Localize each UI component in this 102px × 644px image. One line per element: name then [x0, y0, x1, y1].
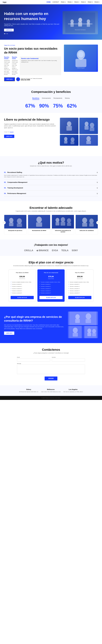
- stat-2: 90%: [39, 103, 49, 109]
- partner-image-container: RRHH Expert: [64, 44, 98, 72]
- accordion-header-2[interactable]: 02. Compensation Management ∨: [4, 181, 98, 183]
- accordion-header-3[interactable]: 03. Training Development ∨: [4, 187, 98, 189]
- svg-point-59: [88, 328, 91, 333]
- vision-text: SampleText. Click to add in double Click…: [12, 60, 18, 75]
- pricing-cards: Plan Básico de RRHH $39,99 hora al mes A…: [4, 270, 98, 302]
- svg-rect-49: [89, 223, 94, 226]
- accordion-header-4[interactable]: 04. Performance Management ∨: [4, 192, 98, 194]
- partner-read-more[interactable]: LEER MÁS: [4, 77, 15, 81]
- accordion-icon-1: ∧: [96, 171, 98, 174]
- pricing-subtitle: Sit ametconsectetur adipiscing icidutn e…: [4, 265, 98, 266]
- slider-prev[interactable]: ‹: [2, 221, 6, 224]
- why-read-more[interactable]: LEER MÁS: [4, 332, 14, 335]
- svg-point-4: [78, 18, 82, 22]
- slider-next[interactable]: ›: [96, 221, 100, 224]
- accordion-header-1[interactable]: 01. Recruitment Staffing ∧: [4, 171, 98, 174]
- leadership-section: Libere su potencial de liderazgo Fugiant…: [0, 113, 102, 156]
- svg-point-28: [86, 136, 91, 141]
- why-img-svg-2: [68, 326, 82, 338]
- service-img-svg-4: [76, 215, 98, 228]
- phone-icon: 📞: [16, 77, 20, 81]
- form-group-message: Mensaje: [17, 363, 85, 374]
- why-content: ¿Por qué elegir una empresa de servicios…: [4, 315, 65, 335]
- dot-2[interactable]: [6, 33, 6, 34]
- leader-img-4: [79, 135, 98, 146]
- svg-point-23: [64, 137, 68, 141]
- nav-home[interactable]: HOME: [46, 1, 50, 3]
- tab-recruitment[interactable]: Reclutamiento: [54, 97, 62, 100]
- leader-content: Libere su potencial de liderazgo Fugiant…: [4, 118, 57, 138]
- svg-point-43: [67, 218, 71, 223]
- service-card-3-body: Soluciones innovadoras de servicio: [52, 228, 74, 234]
- why-img-bottom-left: [68, 326, 82, 338]
- svg-rect-22: [60, 135, 78, 146]
- stat-3-value: 75%: [53, 103, 63, 109]
- hero-description: SampleText. Click to add in double click…: [4, 24, 60, 26]
- office-melbourne-address: Calle Collins 7641 3000 Melbourne, AUS: [41, 391, 61, 393]
- office-sydney-address: 66 Princes Rd, Ryncton NSW 9000, CA: [19, 391, 38, 393]
- mission-text: SampleText. Click to add in double Click…: [4, 60, 10, 75]
- hero-dots: [4, 33, 60, 34]
- dot-1[interactable]: [4, 33, 5, 34]
- service-card-4-title: Selección de candidatos: [77, 230, 97, 231]
- svg-rect-19: [84, 126, 89, 130]
- nav-page1[interactable]: PAGE 1: [61, 1, 66, 3]
- tab-training[interactable]: Entrenamiento: [42, 97, 51, 100]
- name-input[interactable]: [52, 358, 85, 362]
- feature-basic-1: Acceso completo durante el mes 1 Mes: [10, 281, 34, 283]
- accordion-title-1: 01. Recruitment Staffing: [4, 172, 22, 173]
- nav-page5[interactable]: PAGE 5: [88, 1, 92, 3]
- send-button[interactable]: ENVIAR: [44, 376, 58, 380]
- motiva-title: ¿Qué nos motiva?: [4, 161, 98, 164]
- leader-images: [60, 118, 98, 151]
- service-card-2: Reclutamiento de RRHH: [28, 215, 50, 234]
- nav-links: HOME CONTACT PAGE 1 PAGE 2 PAGE 3 PAGE 4…: [46, 1, 99, 3]
- partner-image: RRHH Expert: [64, 44, 98, 72]
- plan-price-basic-value: $39,99: [20, 276, 25, 278]
- dot-3[interactable]: [7, 33, 8, 34]
- name-label: Nombre: [52, 357, 85, 358]
- navigation: logo HOME CONTACT PAGE 1 PAGE 2 PAGE 3 P…: [0, 0, 102, 4]
- plan-btn-enterprise[interactable]: ELIGE UN PLAN: [40, 296, 62, 299]
- partner-logo-4: TESLA: [61, 249, 68, 252]
- nav-contact[interactable]: CONTACT: [52, 1, 59, 3]
- hero-read-more[interactable]: LEER MÁS: [4, 29, 14, 32]
- leader-credit: Imagen de: Freepik: [4, 131, 14, 132]
- svg-rect-5: [78, 22, 82, 26]
- svg-point-56: [73, 328, 78, 333]
- vision-title: Nuestra visión: [12, 56, 18, 60]
- message-input[interactable]: [17, 364, 85, 374]
- svg-text:Recursos Humanos: Recursos Humanos: [75, 29, 86, 30]
- svg-point-15: [67, 122, 72, 126]
- nav-page4[interactable]: PAGE 4: [81, 1, 86, 3]
- feature-pro-2: Acceso a solución 1: [68, 283, 92, 285]
- freepik-link[interactable]: Freepik: [10, 131, 14, 132]
- stat-4-value: 62%: [67, 103, 77, 109]
- nav-page2[interactable]: PAGE 2: [68, 1, 72, 3]
- leader-read-more[interactable]: LEER MÁS: [4, 135, 14, 138]
- service-card-1-title: Búsqueda de ejecutivos: [5, 230, 25, 231]
- feature-pro-4: Acceso a solución 3: [68, 288, 92, 290]
- motiva-subtitle: Sample text. Click to select the text. C…: [4, 165, 98, 167]
- plan-name-enterprise: Plan De uso empresarial: [40, 272, 62, 273]
- plan-btn-pro[interactable]: ELIGE UN PLAN: [68, 296, 92, 299]
- feature-ent-5: Acceso a solución 4: [40, 290, 62, 292]
- email-input[interactable]: [17, 358, 50, 362]
- service-card-3: Soluciones innovadoras de servicio: [52, 215, 74, 234]
- contact-title: Contáctenos: [4, 348, 98, 352]
- partners-logos: CROLLA ◈ BINANCE EVGA TESLA SONY: [4, 249, 98, 252]
- tab-payroll[interactable]: Nómina: [65, 97, 70, 100]
- feature-pro-1: Acceso completo durante el mes 1 Mes: [68, 281, 92, 283]
- feature-pro-6: Acceso a solución 5: [68, 292, 92, 294]
- nav-page3[interactable]: PAGE 3: [74, 1, 79, 3]
- leader-description: Fugiante suspendisse sit amet in velit m…: [4, 123, 57, 129]
- plan-btn-basic[interactable]: ELIGE UN PLAN: [10, 296, 34, 299]
- stat-1-value: 67%: [25, 103, 35, 109]
- tab-benefits[interactable]: Beneficios: [32, 97, 39, 100]
- stat-3: 75%: [53, 103, 63, 109]
- plan-price-enterprise-value: $79,99: [48, 276, 54, 278]
- nav-logo[interactable]: logo: [3, 1, 6, 3]
- value-text: SampleText. Click to add in double Click…: [21, 60, 60, 63]
- service-img-svg-3: [52, 215, 74, 228]
- nav-page6[interactable]: PAGE 6: [94, 1, 99, 3]
